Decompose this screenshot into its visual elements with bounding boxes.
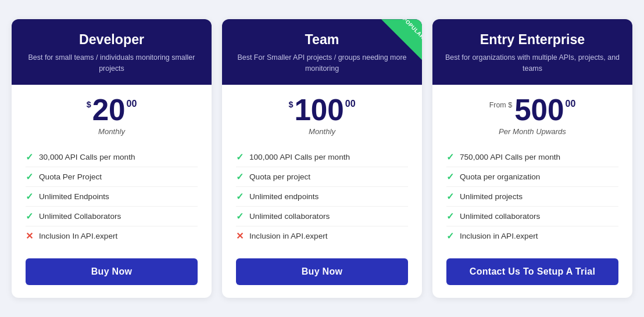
price-line: From $50000 [446, 95, 618, 125]
price-period: Monthly [26, 127, 198, 136]
feature-item: ✓Quota per project [236, 167, 408, 187]
price-period: Monthly [236, 127, 408, 136]
feature-text: 30,000 API Calls per month [39, 153, 135, 161]
feature-item: ✓Unlimited collaborators [446, 207, 618, 226]
plan-header-developer: DeveloperBest for small teams / individu… [12, 19, 212, 84]
plan-card-developer: DeveloperBest for small teams / individu… [12, 19, 212, 298]
feature-text: 750,000 API Calls per month [460, 153, 560, 161]
check-icon: ✓ [446, 171, 454, 182]
feature-text: Unlimited endpoints [249, 192, 319, 201]
check-icon: ✓ [236, 191, 244, 202]
price-from: From $ [489, 101, 513, 109]
plan-description: Best for small teams / individuals monit… [23, 52, 200, 74]
price-section: $2000Monthly [26, 95, 198, 136]
feature-item: ✓Unlimited endpoints [236, 187, 408, 207]
feature-item: ✓Inclusion in API.expert [446, 226, 618, 246]
price-cents: 00 [345, 99, 356, 109]
price-section: $10000Monthly [236, 95, 408, 136]
price-amount: 20 [92, 95, 126, 125]
price-dollar-sign: $ [288, 100, 293, 109]
feature-item: ✓Unlimited collaborators [236, 207, 408, 226]
feature-text: Quota per organization [460, 172, 540, 181]
plan-header-team: POPULARTeamBest For Smaller API projects… [222, 19, 422, 84]
cta-button-developer[interactable]: Buy Now [26, 258, 198, 285]
price-dollar-sign: $ [87, 100, 91, 109]
price-period: Per Month Upwards [446, 127, 618, 136]
pricing-container: DeveloperBest for small teams / individu… [12, 19, 632, 298]
cta-button-team[interactable]: Buy Now [236, 258, 408, 285]
check-icon: ✓ [236, 211, 244, 222]
plan-name: Entry Enterprise [444, 32, 621, 48]
feature-text: Inclusion In API.expert [39, 232, 117, 240]
price-line: $2000 [26, 95, 198, 125]
feature-text: Unlimited collaborators [249, 212, 330, 221]
plan-name: Team [234, 32, 410, 48]
plan-name: Developer [23, 32, 200, 48]
price-amount: 100 [294, 95, 344, 125]
check-icon: ✓ [446, 191, 454, 202]
price-amount: 500 [514, 95, 564, 125]
feature-text: Quota per project [249, 172, 310, 181]
check-icon: ✓ [26, 211, 33, 222]
plan-body-developer: $2000Monthly✓30,000 API Calls per month✓… [12, 85, 212, 298]
feature-item: ✓Quota Per Project [26, 167, 198, 187]
popular-label: POPULAR [402, 19, 422, 40]
feature-text: Unlimited collaborators [460, 212, 540, 221]
check-icon: ✓ [236, 152, 244, 163]
features-list: ✓100,000 API Calls per month✓Quota per p… [236, 147, 408, 246]
price-section: From $50000Per Month Upwards [446, 95, 618, 136]
feature-text: Inclusion in API.expert [460, 232, 538, 240]
price-cents: 00 [127, 99, 137, 109]
feature-item: ✓Unlimited projects [446, 187, 618, 207]
feature-item: ✓Unlimited Endpoints [26, 187, 198, 207]
feature-item: ✓Quota per organization [446, 167, 618, 187]
feature-text: 100,000 API Calls per month [249, 153, 350, 161]
cta-button-entry-enterprise[interactable]: Contact Us To Setup A Trial [446, 258, 618, 285]
price-cents: 00 [566, 99, 576, 109]
check-icon: ✓ [446, 152, 454, 163]
plan-body-entry-enterprise: From $50000Per Month Upwards✓750,000 API… [432, 85, 632, 298]
check-icon: ✓ [446, 211, 454, 222]
plan-header-entry-enterprise: Entry EnterpriseBest for organizations w… [432, 19, 632, 84]
cross-icon: ✕ [236, 230, 244, 242]
feature-text: Quota Per Project [39, 172, 102, 181]
price-line: $10000 [236, 95, 408, 125]
feature-item: ✕Inclusion in API.expert [236, 226, 408, 246]
feature-text: Unlimited Collaborators [39, 212, 121, 221]
check-icon: ✓ [26, 152, 33, 163]
check-icon: ✓ [446, 230, 454, 242]
feature-item: ✓30,000 API Calls per month [26, 147, 198, 167]
features-list: ✓750,000 API Calls per month✓Quota per o… [446, 147, 618, 246]
plan-card-team: POPULARTeamBest For Smaller API projects… [222, 19, 422, 298]
feature-item: ✓750,000 API Calls per month [446, 147, 618, 167]
feature-item: ✕Inclusion In API.expert [26, 226, 198, 246]
check-icon: ✓ [26, 171, 33, 182]
check-icon: ✓ [236, 171, 244, 182]
cross-icon: ✕ [26, 230, 33, 242]
check-icon: ✓ [26, 191, 33, 202]
plan-card-entry-enterprise: Entry EnterpriseBest for organizations w… [432, 19, 632, 298]
feature-text: Inclusion in API.expert [249, 232, 328, 240]
feature-item: ✓Unlimited Collaborators [26, 207, 198, 226]
feature-text: Unlimited Endpoints [39, 192, 109, 201]
plan-description: Best For Smaller API projects / groups n… [234, 52, 410, 74]
plan-description: Best for organizations with multiple API… [444, 52, 621, 74]
feature-text: Unlimited projects [460, 192, 523, 201]
features-list: ✓30,000 API Calls per month✓Quota Per Pr… [26, 147, 198, 246]
plan-body-team: $10000Monthly✓100,000 API Calls per mont… [222, 85, 422, 298]
feature-item: ✓100,000 API Calls per month [236, 147, 408, 167]
